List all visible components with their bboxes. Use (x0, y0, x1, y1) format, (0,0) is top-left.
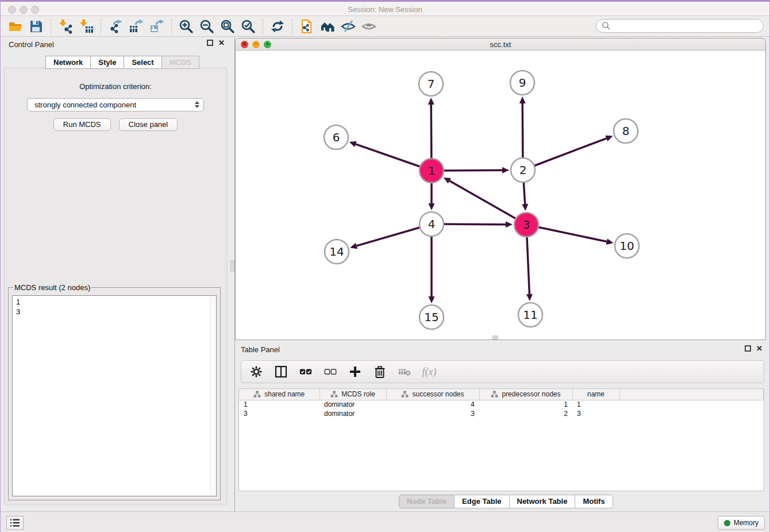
tab-mcds[interactable]: MCDS (162, 56, 199, 69)
arrowhead-1-2 (502, 167, 509, 174)
export-table-button[interactable] (126, 18, 147, 35)
import-table-button[interactable] (76, 18, 97, 35)
result-scrollbar[interactable] (210, 296, 215, 495)
eye-slash-icon (341, 19, 356, 34)
control-panel: Control Panel ✕ NetworkStyleSelectMCDS O… (1, 37, 230, 511)
edge-2-8[interactable] (523, 138, 606, 170)
memory-label: Memory (734, 519, 759, 527)
column-header-predecessor-nodes[interactable]: predecessor nodes (479, 389, 572, 400)
application-window: Session: New Session (1, 0, 769, 532)
show-graphics-details-button[interactable] (359, 18, 379, 35)
apply-layout-button[interactable] (267, 18, 288, 35)
table-cell-filler (619, 409, 764, 418)
table-tabs: Node TableEdge TableNetwork TableMotifs (399, 495, 613, 508)
float-panel-button[interactable] (207, 40, 213, 46)
memory-status-icon (724, 520, 730, 526)
tab-select[interactable]: Select (124, 56, 161, 69)
tree-icon (330, 391, 338, 398)
table-cell[interactable]: 3 (572, 409, 619, 418)
open-session-button[interactable] (5, 18, 26, 35)
table-cell[interactable]: dominator (319, 400, 386, 409)
tab-style[interactable]: Style (91, 56, 124, 69)
control-panel-header: Control Panel ✕ (1, 37, 230, 52)
column-header-shared-name[interactable]: shared name (239, 389, 319, 400)
refresh-icon (270, 19, 285, 34)
tab-node-table[interactable]: Node Table (399, 495, 455, 508)
result-line: 1 (16, 297, 213, 307)
console-button[interactable] (6, 516, 24, 530)
close-panel-button[interactable]: Close panel (119, 118, 178, 131)
graph-node-label: 8 (622, 124, 630, 138)
zoom-selected-button[interactable] (238, 18, 259, 35)
clone-network-button[interactable] (297, 18, 317, 35)
tab-network-table[interactable]: Network Table (510, 495, 576, 508)
horizontal-splitter-handle[interactable] (492, 336, 498, 340)
result-line: 3 (16, 307, 213, 317)
float-table-panel-button[interactable] (745, 345, 751, 352)
delete-column-button[interactable] (372, 364, 388, 380)
table-toolbar: f(x) (241, 360, 764, 383)
close-panel-icon[interactable]: ✕ (218, 40, 225, 46)
tree-icon (491, 391, 498, 398)
network-window-titlebar[interactable]: ✕ – + scc.txt (236, 38, 765, 51)
run-mcds-button[interactable]: Run MCDS (53, 118, 111, 131)
zoom-selected-icon (241, 19, 256, 34)
network-window: ✕ – + scc.txt 7968124314101511 (235, 38, 766, 340)
network-graph[interactable]: 7968124314101511 (236, 51, 765, 339)
table-cell[interactable]: 1 (239, 400, 319, 409)
table-cell[interactable]: 4 (386, 400, 479, 409)
search-input[interactable] (596, 19, 764, 33)
column-label: name (587, 390, 605, 398)
table-cell[interactable]: dominator (319, 409, 386, 418)
table-cell[interactable]: 2 (479, 409, 572, 418)
toolbar-separator (51, 19, 51, 34)
mcds-result-list[interactable]: 13 (12, 295, 217, 496)
table-cell[interactable]: 3 (239, 409, 319, 418)
unchecked-boxes-icon (324, 365, 337, 378)
tab-motifs[interactable]: Motifs (575, 495, 613, 508)
network-canvas[interactable]: 7968124314101511 (236, 51, 765, 339)
node-table[interactable]: shared nameMCDS rolesuccessor nodesprede… (238, 388, 764, 491)
zoom-out-button[interactable] (197, 18, 217, 35)
export-image-button[interactable] (147, 18, 167, 35)
task-list-icon (9, 518, 21, 527)
save-session-button[interactable] (26, 18, 47, 35)
table-header-row[interactable]: shared nameMCDS rolesuccessor nodesprede… (239, 389, 764, 400)
memory-button[interactable]: Memory (718, 516, 765, 530)
zoom-in-button[interactable] (176, 18, 197, 35)
table-row[interactable]: 3dominator323 (239, 409, 764, 418)
arrowhead-1-6 (349, 141, 357, 147)
main-toolbar (1, 16, 769, 37)
graph-node-label: 7 (428, 77, 435, 91)
hide-graphics-details-button[interactable] (338, 18, 359, 35)
table-cell[interactable]: 3 (386, 409, 479, 418)
table-row[interactable]: 1dominator411 (239, 400, 764, 409)
tab-network[interactable]: Network (45, 56, 91, 69)
column-header-successor-nodes[interactable]: successor nodes (386, 389, 479, 400)
edge-3-1[interactable] (449, 181, 526, 225)
tab-edge-table[interactable]: Edge Table (455, 495, 509, 508)
toolbar-separator (101, 19, 101, 34)
table-settings-button[interactable] (248, 364, 264, 380)
zoom-fit-button[interactable] (217, 18, 238, 35)
table-panel-header: Table Panel ✕ (235, 340, 769, 357)
columns-icon (275, 365, 287, 378)
column-header-MCDS-role[interactable]: MCDS role (319, 389, 386, 400)
select-all-columns-button[interactable] (298, 364, 314, 380)
import-network-button[interactable] (55, 18, 76, 35)
column-header-name[interactable]: name (572, 389, 619, 400)
close-table-panel-icon[interactable]: ✕ (756, 345, 763, 352)
splitter-handle[interactable] (230, 261, 234, 271)
vertical-splitter[interactable] (230, 37, 235, 511)
show-all-networks-button[interactable] (317, 18, 338, 35)
arrowhead-1-7 (428, 98, 434, 105)
fx-icon: f(x) (422, 366, 437, 378)
create-column-button[interactable] (347, 364, 363, 380)
unselect-all-columns-button[interactable] (322, 364, 338, 380)
export-network-button[interactable] (105, 18, 126, 35)
table-cell-filler (619, 400, 764, 409)
criterion-dropdown[interactable]: strongly connected component (27, 98, 204, 111)
table-cell[interactable]: 1 (572, 400, 619, 409)
show-column-panel-button[interactable] (273, 364, 289, 380)
table-cell[interactable]: 1 (479, 400, 572, 409)
